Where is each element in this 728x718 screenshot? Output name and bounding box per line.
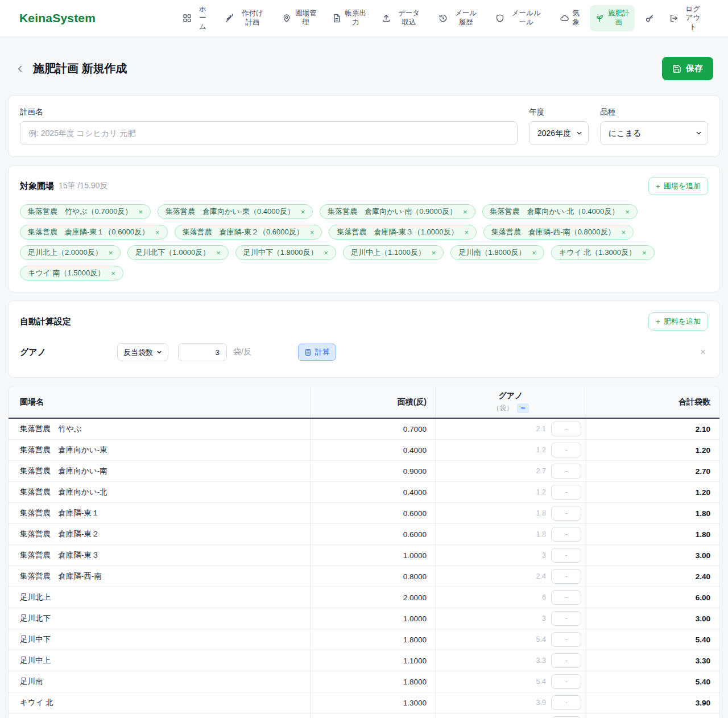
variety-select[interactable]: にこまる: [600, 121, 708, 145]
row-auto-value: 5.4: [536, 636, 546, 643]
wheat-icon: [225, 14, 234, 23]
nav-data-import[interactable]: データ取込: [377, 5, 428, 31]
tag-remove-button[interactable]: ×: [621, 229, 626, 236]
row-total-bags: 3.90: [586, 692, 719, 713]
row-manual-input[interactable]: [551, 695, 581, 710]
tag-remove-button[interactable]: ×: [463, 208, 468, 216]
tag-remove-button[interactable]: ×: [109, 249, 113, 257]
row-manual-input[interactable]: [551, 464, 581, 478]
map-pin-icon: [282, 14, 291, 23]
target-fields-card: 対象圃場 15筆 /15.90反 + 圃場を追加 集落営農 竹やぶ（0.7000…: [8, 165, 720, 292]
plan-name-input[interactable]: [20, 121, 518, 145]
tag-remove-button[interactable]: ×: [464, 229, 469, 236]
row-auto-value: 3.3: [536, 657, 546, 665]
row-area: 0.9000: [311, 461, 436, 481]
tag-remove-button[interactable]: ×: [216, 249, 221, 257]
row-manual-input[interactable]: [551, 569, 581, 584]
calculate-button[interactable]: 計算: [298, 344, 336, 361]
row-area: 1.3000: [311, 692, 436, 713]
remove-fertilizer-button[interactable]: ×: [698, 346, 708, 358]
row-total-bags: 1.20: [586, 440, 719, 460]
row-total-bags: 2.40: [586, 566, 719, 587]
row-manual-input[interactable]: [551, 443, 581, 457]
row-manual-input[interactable]: [551, 653, 581, 668]
row-area: 1.0000: [311, 545, 436, 566]
save-button[interactable]: 保存: [662, 57, 713, 80]
tag-remove-button[interactable]: ×: [642, 249, 647, 257]
bags-per-tan-input[interactable]: [178, 343, 227, 361]
tag-remove-button[interactable]: ×: [310, 229, 315, 236]
row-area: 0.8000: [311, 566, 436, 587]
row-auto-value: 3.9: [536, 699, 546, 707]
year-select[interactable]: 2026年度: [529, 121, 589, 145]
row-manual-input[interactable]: [551, 674, 581, 689]
nav-weather[interactable]: 気象: [555, 5, 585, 31]
tag-remove-button[interactable]: ×: [324, 249, 328, 257]
document-icon: [332, 14, 341, 23]
row-field-name: 集落営農 倉庫隣-東３: [9, 545, 311, 566]
nav-field-management[interactable]: 圃場管理: [277, 5, 322, 31]
nav-planting-plan[interactable]: 作付け計画: [220, 5, 272, 31]
table-row: 足川北上 2.0000 6 6.00: [9, 587, 719, 608]
row-manual-input[interactable]: [551, 527, 581, 542]
row-auto-value: 2.1: [536, 425, 546, 433]
back-button[interactable]: [15, 64, 25, 74]
row-field-name: キウイ 北: [9, 692, 311, 713]
row-field-name: 集落営農 倉庫隣-東２: [9, 524, 311, 544]
nav-home[interactable]: ホーム: [177, 1, 215, 36]
field-tag-label: 集落営農 倉庫隣-東３（1.0000反）: [337, 227, 458, 237]
row-total-bags: 3.30: [586, 650, 719, 671]
field-tag-label: 集落営農 倉庫隣-東２（0.6000反）: [183, 227, 304, 237]
cloud-icon: [560, 14, 569, 23]
table-row: 足川中下 1.8000 5.4 5.40: [9, 629, 719, 650]
tag-remove-button[interactable]: ×: [111, 270, 115, 277]
tag-remove-button[interactable]: ×: [532, 249, 536, 257]
row-manual-input[interactable]: [551, 611, 581, 626]
field-tag-label: 集落営農 倉庫隣-西-南（0.8000反）: [491, 227, 615, 237]
field-tag-label: 集落営農 竹やぶ（0.7000反）: [28, 207, 132, 217]
nav-report-output[interactable]: 帳票出力: [327, 5, 372, 31]
row-manual-input[interactable]: [551, 506, 581, 521]
row-total-bags: 3.00: [586, 545, 719, 566]
add-fertilizer-button[interactable]: + 肥料を追加: [648, 312, 708, 331]
app-logo[interactable]: KeinaSystem: [19, 11, 96, 25]
nav-logout[interactable]: ログアウト: [664, 1, 709, 36]
approx-toggle-badge[interactable]: ≃: [517, 403, 529, 413]
col-field-name: 圃場名: [9, 386, 311, 418]
row-auto-value: 2.7: [536, 467, 546, 475]
plus-icon: +: [656, 182, 660, 191]
tag-remove-button[interactable]: ×: [155, 229, 160, 236]
row-manual-input[interactable]: [551, 590, 581, 605]
nav-key[interactable]: [640, 10, 659, 27]
col-area: 面積(反): [311, 386, 436, 418]
row-field-name: 集落営農 倉庫隣-東１: [9, 503, 311, 523]
target-fields-title: 対象圃場: [20, 181, 54, 192]
row-area: 2.0000: [311, 587, 436, 608]
row-total-bags: 2.10: [586, 419, 719, 439]
row-field-name: 集落営農 倉庫向かい-南: [9, 461, 311, 481]
row-manual-input[interactable]: [551, 632, 581, 647]
row-manual-input[interactable]: [551, 548, 581, 563]
row-field-name: 足川中下: [9, 629, 311, 650]
row-total-bags: 1.80: [586, 503, 719, 523]
tag-remove-button[interactable]: ×: [625, 208, 630, 216]
fields-table: 圃場名 面積(反) グアノ （袋） ≃ 合計袋数 集落営農 竹やぶ 0.7000…: [8, 386, 720, 718]
field-tag-label: 足川中上（1.1000反）: [351, 247, 425, 258]
calc-method-select[interactable]: 反当袋数: [117, 343, 168, 361]
row-manual-input[interactable]: [551, 422, 581, 436]
tag-remove-button[interactable]: ×: [432, 249, 436, 257]
field-tag-label: 足川南（1.8000反）: [458, 247, 526, 258]
tag-remove-button[interactable]: ×: [138, 208, 143, 216]
field-tag: 集落営農 竹やぶ（0.7000反） ×: [20, 204, 151, 219]
field-tag-list: 集落営農 竹やぶ（0.7000反） × 集落営農 倉庫向かい-東（0.4000反…: [20, 204, 708, 280]
nav-mail-rules[interactable]: メールルール: [490, 5, 549, 31]
field-tag: 集落営農 倉庫隣-東２（0.6000反） ×: [175, 225, 322, 240]
field-tag: 集落営農 倉庫隣-東１（0.6000反） ×: [20, 225, 168, 240]
nav-mail-history[interactable]: メール履歴: [433, 5, 485, 31]
nav-fertilization-plan[interactable]: 施肥計画: [590, 5, 635, 31]
add-field-button[interactable]: + 圃場を追加: [648, 177, 708, 195]
field-tag: 集落営農 倉庫向かい-北（0.4000反） ×: [482, 204, 638, 219]
row-manual-input[interactable]: [551, 485, 581, 500]
tag-remove-button[interactable]: ×: [301, 208, 305, 216]
row-auto-value: 3: [542, 551, 546, 559]
